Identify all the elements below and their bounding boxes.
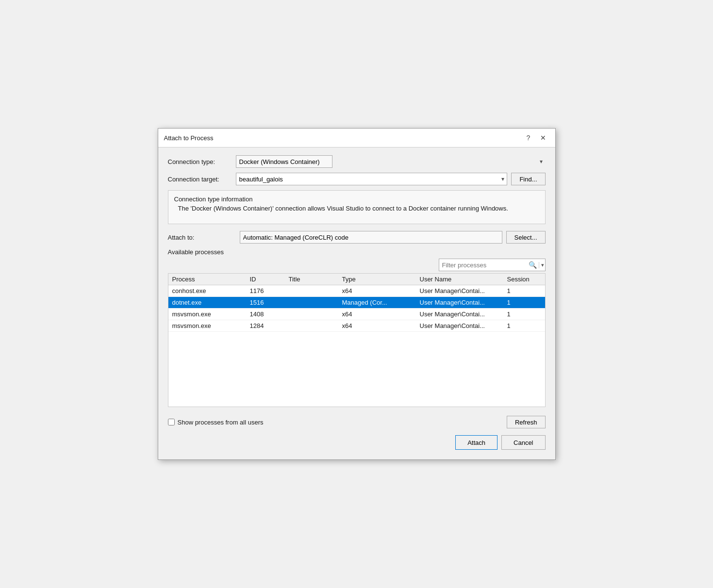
connection-info-label: Connection type information <box>174 196 539 203</box>
connection-target-chevron-icon[interactable]: ▾ <box>501 176 504 182</box>
attach-to-input[interactable] <box>240 231 502 244</box>
cell-username: User Manager\Contai... <box>420 287 507 294</box>
show-all-users-label: Show processes from all users <box>178 419 264 426</box>
cell-process: msvsmon.exe <box>172 322 250 329</box>
cell-username: User Manager\Contai... <box>420 310 507 318</box>
title-bar-right: ? ✕ <box>522 132 549 143</box>
connection-type-control: Docker (Windows Container) Default SSH <box>236 155 546 168</box>
select-button[interactable]: Select... <box>506 231 546 244</box>
dialog-title: Attach to Process <box>164 134 214 142</box>
connection-target-control: ▾ Find... <box>236 173 546 185</box>
search-icon: 🔍 <box>527 261 539 269</box>
connection-target-input[interactable] <box>236 173 508 185</box>
cell-id: 1176 <box>250 287 289 294</box>
close-button[interactable]: ✕ <box>537 132 549 143</box>
cell-username: User Manager\Contai... <box>420 299 507 306</box>
connection-type-select[interactable]: Docker (Windows Container) Default SSH <box>236 155 332 168</box>
action-buttons: Attach Cancel <box>168 430 546 452</box>
cell-title <box>289 299 342 306</box>
col-username: User Name <box>420 276 507 283</box>
cell-session: 1 <box>507 299 541 306</box>
title-bar: Attach to Process ? ✕ <box>158 129 555 147</box>
cell-id: 1284 <box>250 322 289 329</box>
cell-type: x64 <box>342 287 420 294</box>
col-id: ID <box>250 276 289 283</box>
cell-id: 1408 <box>250 310 289 318</box>
show-all-users-row: Show processes from all users <box>168 419 264 426</box>
connection-target-input-wrapper: ▾ <box>236 173 508 185</box>
connection-target-label: Connection target: <box>168 176 236 183</box>
cell-type: x64 <box>342 322 420 329</box>
cell-type: Managed (Cor... <box>342 299 420 306</box>
cell-process: conhost.exe <box>172 287 250 294</box>
connection-type-select-wrapper: Docker (Windows Container) Default SSH <box>236 155 546 168</box>
col-process: Process <box>172 276 250 283</box>
connection-target-row: Connection target: ▾ Find... <box>168 173 546 185</box>
cell-title <box>289 287 342 294</box>
cell-process: msvsmon.exe <box>172 310 250 318</box>
col-title: Title <box>289 276 342 283</box>
attach-to-label: Attach to: <box>168 234 236 241</box>
connection-type-row: Connection type: Docker (Windows Contain… <box>168 155 546 168</box>
table-body: conhost.exe 1176 x64 User Manager\Contai… <box>168 285 545 407</box>
filter-row: 🔍 ▾ <box>168 259 546 271</box>
cell-title <box>289 310 342 318</box>
cell-username: User Manager\Contai... <box>420 322 507 329</box>
refresh-button[interactable]: Refresh <box>507 416 546 428</box>
cell-type: x64 <box>342 310 420 318</box>
col-type: Type <box>342 276 420 283</box>
available-processes-label: Available processes <box>168 248 546 256</box>
filter-processes-input[interactable] <box>439 261 527 269</box>
connection-type-label: Connection type: <box>168 158 236 165</box>
bottom-bar: Show processes from all users Refresh <box>168 412 546 430</box>
table-row[interactable]: msvsmon.exe 1408 x64 User Manager\Contai… <box>168 309 545 320</box>
show-all-users-checkbox[interactable] <box>168 419 175 425</box>
filter-chevron-icon[interactable]: ▾ <box>539 262 546 268</box>
cell-session: 1 <box>507 322 541 329</box>
attach-to-process-dialog: Attach to Process ? ✕ Connection type: D… <box>158 128 556 460</box>
attach-button[interactable]: Attach <box>455 435 497 450</box>
connection-info-section: Connection type information The 'Docker … <box>168 190 546 224</box>
table-header: Process ID Title Type User Name Session <box>168 274 545 285</box>
find-button[interactable]: Find... <box>511 173 545 185</box>
connection-info-text: The 'Docker (Windows Container)' connect… <box>174 205 539 212</box>
cell-session: 1 <box>507 287 541 294</box>
filter-wrapper: 🔍 ▾ <box>439 259 546 271</box>
help-button[interactable]: ? <box>522 132 535 143</box>
title-bar-left: Attach to Process <box>164 134 214 142</box>
cell-process: dotnet.exe <box>172 299 250 306</box>
cancel-button[interactable]: Cancel <box>501 435 545 450</box>
col-session: Session <box>507 276 541 283</box>
attach-to-row: Attach to: Select... <box>168 231 546 244</box>
table-row[interactable]: dotnet.exe 1516 Managed (Cor... User Man… <box>168 297 545 309</box>
cell-session: 1 <box>507 310 541 318</box>
table-row[interactable]: msvsmon.exe 1284 x64 User Manager\Contai… <box>168 320 545 332</box>
cell-id: 1516 <box>250 299 289 306</box>
process-table: Process ID Title Type User Name Session … <box>168 273 546 407</box>
dialog-body: Connection type: Docker (Windows Contain… <box>158 147 555 459</box>
cell-title <box>289 322 342 329</box>
table-row[interactable]: conhost.exe 1176 x64 User Manager\Contai… <box>168 285 545 297</box>
